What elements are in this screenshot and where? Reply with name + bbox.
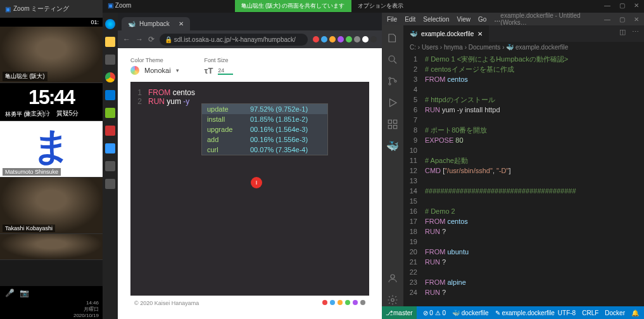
chrome-window: 🐋 Humpback ✕ ← → ⟳ 🔒 sdl.ist.osaka-u.ac.…	[118, 13, 382, 319]
vscode-titlebar[interactable]: FileEditSelectionViewGo… example.dockerf…	[382, 13, 644, 25]
minimize-icon[interactable]: —	[604, 16, 610, 23]
vscode-icon[interactable]	[105, 90, 115, 100]
files-icon[interactable]	[386, 32, 399, 44]
notifications-icon[interactable]: 🔔	[631, 309, 639, 316]
menu-item[interactable]: View	[457, 16, 471, 23]
app-icon[interactable]	[105, 179, 115, 189]
zoom-meeting-window: ▣ Zoom ミーティング 01: 亀山聡生 (阪大) 15:44 発表20分 …	[0, 0, 103, 319]
status-file-type[interactable]: 🐳 dockerfile	[452, 309, 489, 316]
favicon-icon: 🐋	[128, 20, 136, 27]
svg-point-3	[395, 81, 396, 82]
tab-close-icon[interactable]: ✕	[179, 20, 184, 27]
participant-tile[interactable]: 15:44 発表20分 質疑5分 林勇平 (東工大)	[0, 83, 103, 121]
participant-tile[interactable]: Takashi Kobayashi	[0, 178, 103, 234]
browser-toolbar: ← → ⟳ 🔒 sdl.ist.osaka-u.ac.jp/~k-hanaym/…	[118, 30, 382, 48]
maximize-icon[interactable]: ▢	[619, 16, 625, 23]
app-icon[interactable]	[105, 143, 115, 153]
participant-video	[0, 234, 103, 259]
zoom-duration: 01:	[0, 18, 103, 27]
maximize-icon[interactable]: ▢	[619, 2, 625, 11]
suggestion-item[interactable]: add00.16% (1.556e-3)	[202, 134, 327, 145]
search-icon[interactable]	[386, 53, 399, 66]
zoom-app-icon: ▣	[108, 2, 113, 9]
menu-item[interactable]: Go	[478, 16, 486, 23]
problems-status[interactable]: ⊘ 0 ⚠ 0	[423, 309, 446, 316]
close-icon[interactable]: ✕	[634, 16, 639, 23]
svg-rect-4	[388, 120, 391, 123]
more-icon[interactable]: ⋯	[632, 28, 639, 39]
extension-icons[interactable]	[313, 36, 377, 42]
code-editor[interactable]: 1# Demo 1 <実例によるHumpbackの動作確認>2# centosイ…	[403, 53, 644, 306]
app-icon[interactable]	[105, 108, 115, 118]
theme-select[interactable]: Monokai	[144, 67, 171, 74]
chrome-icon[interactable]	[105, 72, 115, 82]
git-branch[interactable]: ⎇ master	[382, 306, 417, 319]
vscode-activity-bar[interactable]: 🐳	[382, 25, 403, 306]
status-file-path[interactable]: ✎ example.dockerfile	[495, 309, 555, 316]
tab-close-icon[interactable]: ✕	[477, 30, 483, 37]
breadcrumb[interactable]: C: › Users › hnyma › Documents › 🐳 examp…	[403, 42, 644, 53]
vscode-menubar[interactable]: FileEditSelectionViewGo…	[387, 16, 500, 23]
gear-icon[interactable]	[386, 294, 399, 306]
zoom-app-icon: ▣	[5, 6, 11, 13]
app-icon[interactable]	[105, 126, 115, 136]
camera-icon[interactable]: 📷	[20, 289, 29, 297]
browser-tabstrip[interactable]: 🐋 Humpback ✕	[118, 13, 382, 30]
source-control-icon[interactable]	[386, 75, 399, 88]
back-icon[interactable]: ←	[123, 35, 130, 44]
browser-tab[interactable]: 🐋 Humpback ✕	[122, 17, 190, 30]
chevron-down-icon[interactable]: ▾	[176, 67, 179, 74]
app-icon[interactable]	[105, 161, 115, 171]
minimize-icon[interactable]: —	[604, 2, 610, 11]
editor-tab[interactable]: 🐳 example.dockerfile ✕	[403, 25, 489, 42]
lock-icon: 🔒	[165, 36, 172, 43]
docker-icon[interactable]: 🐳	[386, 140, 399, 152]
participant-tile[interactable]	[0, 234, 103, 260]
eol-status[interactable]: CRLF	[582, 309, 598, 316]
vscode-editor-tabs[interactable]: 🐳 example.dockerfile ✕ ◫ ⋯	[403, 25, 644, 42]
theme-label: Color Theme	[130, 57, 179, 63]
autocomplete-popup[interactable]: update97.52% (9.752e-1)install01.85% (1.…	[201, 103, 328, 155]
svg-point-2	[389, 83, 391, 85]
share-options-button[interactable]: オプションを表示	[351, 0, 410, 12]
edge-icon[interactable]	[105, 19, 115, 29]
explorer-icon[interactable]	[105, 37, 115, 47]
share-status: 亀山聡生 (阪大) の画面を共有しています	[235, 0, 351, 12]
page-footer: © 2020 Kaisei Hanayama	[134, 300, 199, 306]
humpback-editor[interactable]: 1FROM centos 2RUN yum -y update97.52% (9…	[130, 82, 369, 296]
reload-icon[interactable]: ⟳	[148, 35, 155, 44]
participant-tile[interactable]: ま Matsumoto Shinsuke	[0, 121, 103, 178]
fontsize-label: Font Size	[205, 57, 234, 63]
menu-item[interactable]: Edit	[405, 16, 415, 23]
fontsize-input[interactable]: 24	[218, 67, 233, 75]
extensions-icon[interactable]	[386, 118, 399, 131]
footer-links[interactable]	[322, 300, 365, 306]
suggestion-item[interactable]: update97.52% (9.752e-1)	[202, 104, 327, 114]
address-bar[interactable]: 🔒 sdl.ist.osaka-u.ac.jp/~k-hanaym/humpba…	[160, 34, 308, 46]
zoom-toolbar[interactable]: 🎤 📷 14:46 月曜日 2020/10/19	[0, 286, 103, 319]
zoom-titlebar[interactable]: ▣ Zoom ミーティング	[0, 0, 103, 18]
language-status[interactable]: Docker	[605, 309, 625, 316]
encoding-status[interactable]: UTF-8	[558, 309, 576, 316]
svg-point-1	[389, 77, 391, 79]
run-debug-icon[interactable]	[386, 96, 399, 109]
settings-icon[interactable]	[105, 55, 115, 65]
close-icon[interactable]: ✕	[634, 2, 639, 11]
suggestion-item[interactable]: install01.85% (1.851e-2)	[202, 114, 327, 124]
mic-icon[interactable]: 🎤	[5, 289, 15, 297]
account-icon[interactable]	[386, 272, 399, 285]
recording-cursor-icon: I	[251, 177, 262, 188]
theme-swatch-icon	[130, 66, 139, 75]
windows-taskbar[interactable]	[103, 13, 118, 319]
svg-rect-5	[394, 120, 397, 123]
participant-tile[interactable]: 亀山聡生 (阪大)	[0, 27, 103, 83]
suggestion-item[interactable]: upgrade00.16% (1.564e-3)	[202, 124, 327, 134]
svg-rect-7	[394, 126, 397, 129]
menu-item[interactable]: File	[387, 16, 397, 23]
menu-item[interactable]: …	[494, 16, 500, 23]
menu-item[interactable]: Selection	[423, 16, 449, 23]
forward-icon[interactable]: →	[136, 35, 143, 44]
split-editor-icon[interactable]: ◫	[619, 28, 626, 39]
suggestion-item[interactable]: curl00.07% (7.354e-4)	[202, 145, 327, 155]
vscode-statusbar[interactable]: ⎇ master ⊘ 0 ⚠ 0 🐳 dockerfile ✎ example.…	[382, 306, 644, 319]
